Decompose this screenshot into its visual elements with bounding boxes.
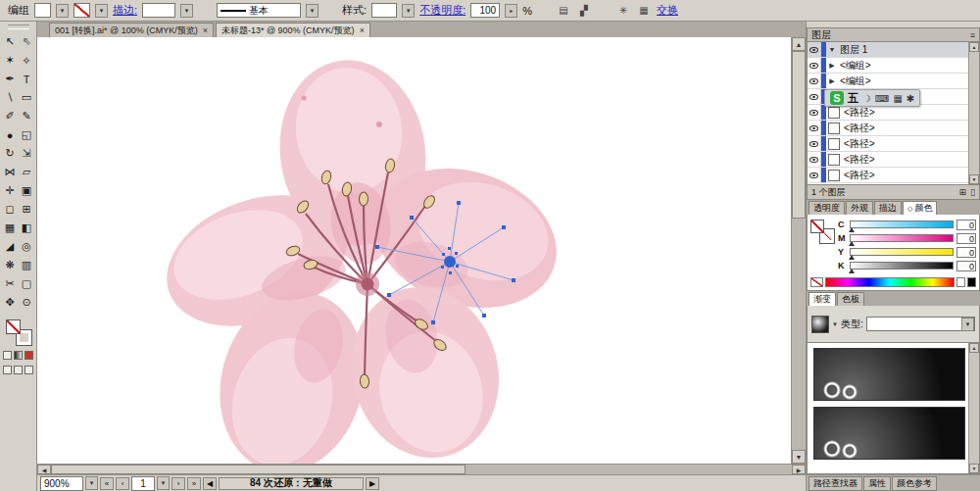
rectangle-tool[interactable]: ▭ xyxy=(19,88,35,107)
yellow-value[interactable]: 0 xyxy=(956,247,976,258)
fill-color-swatch[interactable] xyxy=(34,3,51,18)
prev-page-button[interactable]: ‹ xyxy=(116,477,129,490)
layer-label[interactable]: 图层 1 xyxy=(838,43,965,57)
new-layer-icon[interactable]: ⊞ xyxy=(959,187,967,197)
gradient-thumbnail[interactable] xyxy=(811,316,829,333)
none-swatch[interactable] xyxy=(810,277,823,287)
layer-row-1[interactable]: ▼ 图层 1 ○ xyxy=(808,42,979,58)
zoom-tool[interactable]: ⊙ xyxy=(19,293,35,312)
graph-data-icon[interactable]: ▞ xyxy=(576,3,592,18)
swap-link[interactable]: 交换 xyxy=(657,3,678,18)
magic-wand-tool[interactable]: ✶ xyxy=(2,51,19,70)
layer-label[interactable]: <编组> xyxy=(838,59,965,73)
visibility-cell[interactable] xyxy=(808,58,821,73)
zoom-select[interactable]: 900% xyxy=(40,476,83,491)
scroll-down-icon[interactable]: ▼ xyxy=(792,450,806,464)
tab-transparency[interactable]: 透明度 xyxy=(808,201,845,215)
next-page-button[interactable]: › xyxy=(172,477,185,490)
preview-scroll-down-icon[interactable]: ▼ xyxy=(969,464,979,473)
opacity-spinner-icon[interactable]: ▸ xyxy=(505,4,517,18)
stroke-weight-input[interactable] xyxy=(142,3,175,18)
tab-gradient[interactable]: 渐变 xyxy=(808,292,836,306)
gear-icon[interactable]: ✳ xyxy=(615,3,631,18)
perspective-grid-tool[interactable]: ⊞ xyxy=(19,200,35,219)
free-transform-tool[interactable]: ▱ xyxy=(19,163,35,181)
blend-tool[interactable]: ◎ xyxy=(19,237,35,256)
black-swatch[interactable] xyxy=(967,277,976,287)
page-dropdown-icon[interactable]: ▼ xyxy=(157,476,170,490)
tab-attributes[interactable]: 属性 xyxy=(863,476,891,491)
line-tool[interactable]: ∖ xyxy=(2,88,19,107)
trash-icon[interactable]: ▯ xyxy=(970,187,975,197)
type-tool[interactable]: T xyxy=(19,70,35,88)
live-paint-selection-tool[interactable]: ◻ xyxy=(2,200,19,219)
expander-icon[interactable]: ▶ xyxy=(826,77,838,85)
color-spectrum-bar[interactable] xyxy=(825,277,955,287)
preview-scroll-up-icon[interactable]: ▲ xyxy=(969,343,979,353)
scissors-tool[interactable]: ✂ xyxy=(2,274,19,293)
doc-tab-2[interactable]: 未标题-13* @ 900% (CMYK/预览) × xyxy=(216,23,370,37)
white-swatch[interactable] xyxy=(956,277,965,287)
gradient-thumb-dropdown-icon[interactable]: ▼ xyxy=(832,321,838,327)
black-slider-marker[interactable] xyxy=(849,269,855,273)
ime-toolbar[interactable]: S 五 ☽ ⌨ ▦ ✱ xyxy=(824,89,920,107)
last-page-button[interactable]: » xyxy=(187,477,201,490)
stroke-dropdown-icon[interactable]: ▼ xyxy=(95,4,108,18)
visibility-cell[interactable] xyxy=(808,42,821,57)
hand-tool[interactable]: ✥ xyxy=(2,293,19,312)
page-number-input[interactable]: 1 xyxy=(131,476,155,491)
layer-row-8[interactable]: <路径> ○ xyxy=(808,152,979,168)
color-fill-stroke-indicator[interactable] xyxy=(810,220,834,243)
stroke-weight-dropdown-icon[interactable]: ▼ xyxy=(180,4,193,18)
layers-scroll-down-icon[interactable]: ▼ xyxy=(969,174,979,184)
layer-label[interactable]: <路径> xyxy=(842,169,965,182)
color-mode-button[interactable] xyxy=(3,351,12,360)
shape-builder-tool[interactable]: ✛ xyxy=(2,181,19,200)
scroll-right-icon[interactable]: ▶ xyxy=(792,465,806,474)
vertical-scroll-track[interactable] xyxy=(792,51,806,450)
status-prev-icon[interactable]: ◀ xyxy=(203,477,217,490)
normal-screen-mode-button[interactable] xyxy=(3,366,12,374)
tab-color-guide[interactable]: 颜色参考 xyxy=(892,476,937,491)
layer-row-7[interactable]: <路径> ○ xyxy=(808,136,979,152)
panel-menu-icon[interactable]: ≡ xyxy=(970,30,975,40)
rotate-tool[interactable]: ↻ xyxy=(2,144,19,163)
gradient-preview-2[interactable] xyxy=(813,407,965,460)
layers-scrollbar[interactable]: ▲ ▼ xyxy=(968,42,979,184)
width-tool[interactable]: ⋈ xyxy=(2,163,19,181)
horizontal-scrollbar[interactable]: ◀ ▶ xyxy=(37,464,806,474)
visibility-cell[interactable] xyxy=(808,89,821,104)
gradient-type-select[interactable]: ▼ xyxy=(866,317,975,331)
ime-settings-icon[interactable]: ✱ xyxy=(906,93,914,104)
layers-panel-header[interactable]: 图层 ≡ xyxy=(807,27,980,42)
visibility-cell[interactable] xyxy=(808,168,821,182)
expander-icon[interactable]: ▶ xyxy=(826,62,838,70)
pen-tool[interactable]: ✒ xyxy=(2,70,19,88)
lasso-tool[interactable]: ⟡ xyxy=(19,51,35,70)
layer-row-2[interactable]: ▶ <编组> ○ xyxy=(808,58,979,74)
opacity-link[interactable]: 不透明度: xyxy=(419,3,466,18)
live-paint-bucket-tool[interactable]: ▣ xyxy=(19,181,35,200)
artboard-tool[interactable]: ▢ xyxy=(19,274,35,293)
yellow-slider-marker[interactable] xyxy=(849,255,855,260)
none-mode-button[interactable] xyxy=(24,351,33,360)
gradient-type-dropdown-icon[interactable]: ▼ xyxy=(961,318,974,331)
layer-label[interactable]: <路径> xyxy=(842,122,965,135)
expander-icon[interactable]: ▼ xyxy=(826,46,838,53)
stroke-color-swatch[interactable] xyxy=(74,3,90,18)
mesh-tool[interactable]: ▦ xyxy=(2,219,19,237)
visibility-cell[interactable] xyxy=(808,152,821,167)
direct-selection-tool[interactable]: ⇖ xyxy=(19,32,35,51)
cyan-slider[interactable] xyxy=(850,221,954,228)
full-screen-menu-mode-button[interactable] xyxy=(14,366,23,374)
eraser-tool[interactable]: ◱ xyxy=(19,125,35,144)
vertical-scrollbar[interactable]: ▲ ▼ xyxy=(791,37,806,464)
brush-dropdown-icon[interactable]: ▼ xyxy=(306,4,318,18)
scroll-left-icon[interactable]: ◀ xyxy=(37,465,51,474)
layer-label[interactable]: <路径> xyxy=(842,106,965,120)
horizontal-scroll-thumb[interactable] xyxy=(51,465,466,474)
style-dropdown-icon[interactable]: ▼ xyxy=(402,4,415,18)
layer-row-6[interactable]: <路径> ○ xyxy=(808,121,979,136)
artboard-canvas[interactable] xyxy=(37,37,791,464)
tab-color[interactable]: ◇ 颜色 xyxy=(903,201,937,215)
